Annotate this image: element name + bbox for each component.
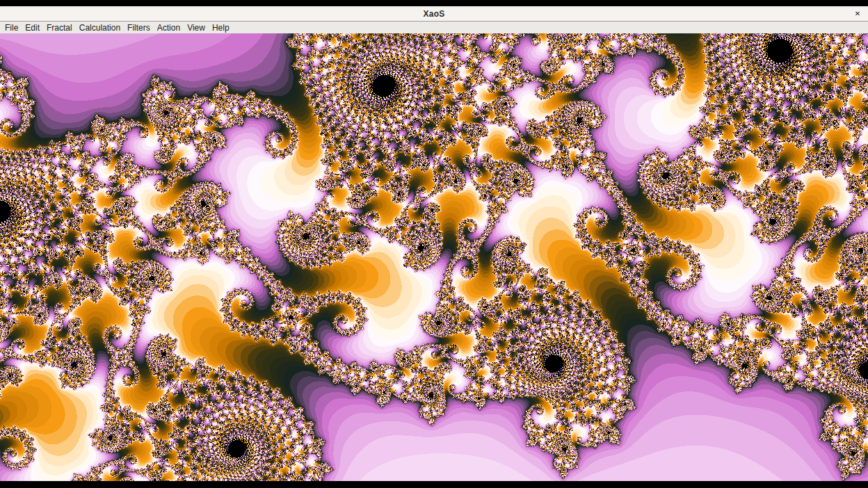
menu-item-help[interactable]: Help — [209, 22, 233, 33]
menu-bar: File Edit Fractal Calculation Filters Ac… — [0, 22, 868, 33]
menu-item-file[interactable]: File — [1, 22, 22, 33]
menu-item-filters[interactable]: Filters — [124, 22, 154, 33]
window-titlebar[interactable]: XaoS ✕ — [0, 6, 868, 22]
close-icon: ✕ — [855, 10, 860, 17]
menu-item-edit[interactable]: Edit — [22, 22, 43, 33]
menu-item-fractal[interactable]: Fractal — [43, 22, 76, 33]
letterbox-bottom — [0, 481, 868, 488]
menu-item-calculation[interactable]: Calculation — [76, 22, 124, 33]
close-button[interactable]: ✕ — [851, 6, 865, 21]
window-title: XaoS — [424, 9, 445, 19]
menu-item-view[interactable]: View — [184, 22, 209, 33]
menu-item-action[interactable]: Action — [154, 22, 184, 33]
fractal-canvas[interactable] — [0, 33, 868, 481]
xaos-window: XaoS ✕ File Edit Fractal Calculation Fil… — [0, 6, 868, 481]
fractal-viewport — [0, 33, 868, 481]
letterbox-top — [0, 0, 868, 6]
